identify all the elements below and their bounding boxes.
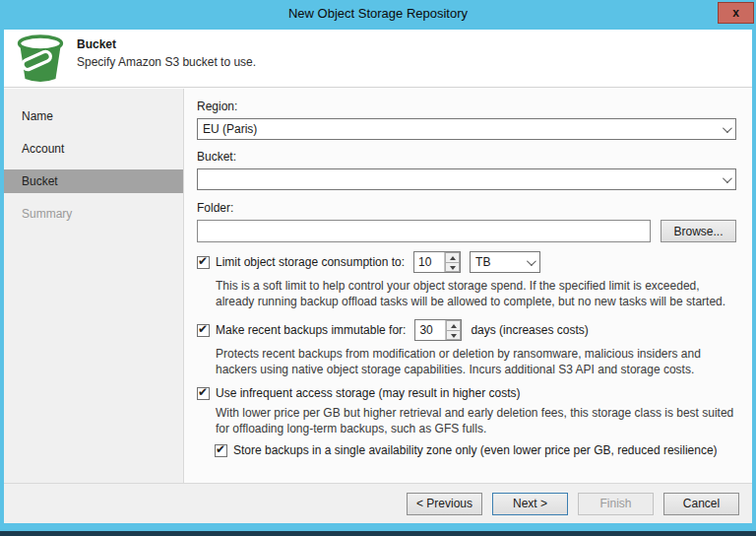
finish-button: Finish [578, 493, 654, 515]
immutable-suffix: days (increases costs) [471, 323, 588, 337]
chevron-down-icon [527, 256, 536, 266]
step-title: Bucket [77, 37, 116, 51]
spinner-down-icon[interactable] [446, 330, 461, 341]
immutable-checkbox[interactable]: ✔ [197, 324, 210, 337]
single-az-checkbox[interactable]: ✔ [215, 444, 227, 457]
check-icon: ✔ [198, 385, 208, 399]
region-dropdown[interactable]: EU (Paris) [197, 118, 736, 140]
region-label: Region: [197, 100, 736, 113]
close-button[interactable]: x [718, 2, 754, 24]
wizard-footer: < Previous Next > Finish Cancel [4, 483, 752, 523]
chevron-down-icon [723, 123, 732, 133]
cancel-button[interactable]: Cancel [663, 493, 739, 515]
infrequent-access-label: Use infrequent access storage (may resul… [216, 386, 520, 400]
limit-consumption-label: Limit object storage consumption to: [216, 255, 405, 269]
bucket-dropdown[interactable] [197, 168, 736, 190]
sidebar-item-account[interactable]: Account [4, 137, 183, 161]
chevron-down-icon [723, 173, 732, 183]
immutable-row: ✔ Make recent backups immutable for: day… [197, 319, 736, 341]
single-az-label: Store backups in a single availability z… [233, 443, 718, 457]
limit-unit-value: TB [475, 255, 527, 269]
check-icon: ✔ [198, 322, 208, 336]
folder-label: Folder: [197, 201, 736, 215]
immutable-label: Make recent backups immutable for: [216, 323, 406, 337]
previous-button[interactable]: < Previous [407, 493, 482, 515]
sidebar-item-summary: Summary [4, 202, 183, 226]
titlebar: New Object Storage Repository x [0, 0, 756, 30]
limit-consumption-row: ✔ Limit object storage consumption to: T… [197, 251, 736, 273]
sidebar-item-name[interactable]: Name [4, 104, 183, 128]
limit-spinner [413, 251, 461, 273]
browse-button[interactable]: Browse... [661, 220, 736, 242]
new-object-storage-repository-dialog: New Object Storage Repository x Bucket S… [0, 0, 756, 536]
immutable-spinner [414, 319, 462, 341]
limit-value-input[interactable] [414, 252, 444, 272]
folder-input[interactable] [197, 220, 651, 242]
spinner-up-icon[interactable] [446, 320, 461, 330]
spinner-buttons [444, 252, 460, 272]
step-subtitle: Specify Amazon S3 bucket to use. [77, 55, 256, 69]
wizard-header: Bucket Specify Amazon S3 bucket to use. [4, 30, 752, 88]
wizard-body: Name Account Bucket Summary Region: EU (… [4, 89, 752, 483]
limit-unit-dropdown[interactable]: TB [470, 251, 540, 273]
infrequent-access-description: With lower price per GB but higher retri… [216, 405, 736, 436]
immutable-value-input[interactable] [415, 320, 445, 340]
infrequent-access-checkbox[interactable]: ✔ [197, 387, 210, 400]
close-icon: x [732, 6, 739, 20]
spinner-up-icon[interactable] [445, 252, 460, 262]
folder-row: Browse... [197, 220, 736, 242]
sidebar-item-bucket[interactable]: Bucket [4, 169, 183, 193]
bucket-label: Bucket: [197, 150, 736, 164]
limit-description: This is a soft limit to help control you… [216, 278, 736, 309]
dialog-title: New Object Storage Repository [0, 0, 756, 30]
immutable-description: Protects recent backups from modificatio… [216, 346, 736, 377]
check-icon: ✔ [216, 442, 225, 456]
infrequent-access-row: ✔ Use infrequent access storage (may res… [197, 386, 736, 400]
single-az-row: ✔ Store backups in a single availability… [215, 443, 736, 457]
dialog-frame: Bucket Specify Amazon S3 bucket to use. … [4, 30, 752, 523]
region-value: EU (Paris) [203, 122, 723, 136]
check-icon: ✔ [198, 254, 208, 268]
wizard-steps-sidebar: Name Account Bucket Summary [4, 89, 184, 483]
next-button[interactable]: Next > [492, 493, 568, 515]
bucket-icon [13, 33, 68, 86]
bucket-step-content: Region: EU (Paris) Bucket: Folder: Brows… [184, 89, 752, 483]
spinner-buttons [445, 320, 461, 340]
spinner-down-icon[interactable] [445, 262, 460, 273]
limit-consumption-checkbox[interactable]: ✔ [197, 256, 210, 269]
window-bottom-shadow [0, 531, 756, 536]
